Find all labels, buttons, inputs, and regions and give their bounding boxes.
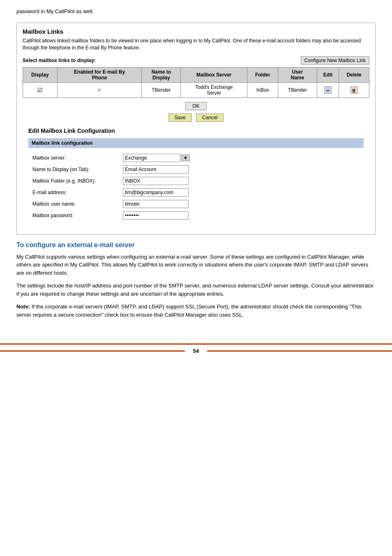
mailbox-server-cell: Todd's ExchangeServer [181, 82, 247, 97]
page-number: 54 [193, 348, 199, 354]
name-display-input[interactable] [123, 165, 189, 174]
save-cancel-row: Save Cancel [23, 114, 369, 122]
table-row: ☑ ✓ TBender Todd's ExchangeServer InBox … [23, 82, 369, 97]
delete-cell[interactable]: 🗑 [339, 82, 369, 97]
email-address-row: E-mail address: [28, 188, 364, 197]
ok-button[interactable]: OK [185, 102, 206, 110]
mailbox-username-label: Mailbox user name: [32, 201, 123, 207]
delete-icon[interactable]: 🗑 [350, 86, 358, 94]
mailbox-server-row: Mailbox server: ▼ [28, 154, 364, 162]
mailbox-links-title: Mailbox Links [23, 28, 369, 35]
edit-icon[interactable]: ✏ [324, 86, 332, 94]
mailbox-password-label: Mailbox password: [32, 213, 123, 218]
col-folder: Folder [247, 67, 278, 82]
name-display-cell: TBender [142, 82, 181, 97]
mailbox-folder-input[interactable] [123, 177, 189, 185]
mailbox-password-input[interactable] [123, 211, 189, 220]
col-mailbox-server: Mailbox Server [181, 67, 247, 82]
email-address-input[interactable] [123, 188, 189, 197]
col-delete: Delete [339, 67, 369, 82]
enabled-phone-cell: ✓ [57, 82, 142, 97]
mailbox-server-select[interactable] [123, 154, 180, 162]
ok-row: OK [23, 102, 369, 110]
configure-new-mailbox-button[interactable]: Configure New Mailbox Link [301, 56, 369, 65]
name-display-row: Name to Display (on Tab): [28, 165, 364, 174]
col-edit: Edit [317, 67, 339, 82]
user-name-cell: TBender [278, 82, 317, 97]
mailbox-table: Display Enabled for E-mail ByPhone Name … [23, 67, 369, 98]
edit-cell[interactable]: ✏ [317, 82, 339, 97]
col-enabled-phone: Enabled for E-mail ByPhone [57, 67, 142, 82]
edit-mailbox-section: Edit Mailbox Link Configuration Mailbox … [23, 127, 369, 229]
folder-cell: InBox [247, 82, 278, 97]
mailbox-link-config-header: Mailbox link configuration [28, 138, 364, 148]
mailbox-username-row: Mailbox user name: [28, 200, 364, 208]
page-footer: 54 [0, 343, 392, 357]
display-checkbox[interactable]: ☑ [23, 82, 58, 97]
mailbox-folder-row: Mailbox Folder (e.g. INBOX): [28, 177, 364, 185]
mailbox-server-select-wrapper: ▼ [123, 154, 190, 162]
external-server-note: Note: If the corporate e-mail servers (I… [16, 303, 376, 319]
email-address-label: E-mail address: [32, 190, 123, 195]
mailbox-server-label: Mailbox server: [32, 155, 123, 161]
save-button[interactable]: Save [168, 114, 192, 122]
select-label: Select mailbox links to display: [23, 58, 96, 63]
mailbox-links-box: Mailbox Links CallPilot allows linked ma… [16, 23, 376, 235]
footer-line-left [0, 350, 185, 352]
intro-text: password in My CallPilot as well. [16, 8, 376, 14]
col-display: Display [23, 67, 58, 82]
mailbox-links-desc: CallPilot allows linked mailbox folders … [23, 37, 369, 51]
note-bold: Note: [16, 303, 30, 310]
mailbox-folder-label: Mailbox Folder (e.g. INBOX): [32, 178, 123, 184]
col-user-name: UserName [278, 67, 317, 82]
dropdown-arrow-icon[interactable]: ▼ [181, 155, 190, 161]
external-server-para-2: The settings include the host/IP address… [16, 282, 376, 298]
mailbox-password-row: Mailbox password: [28, 211, 364, 220]
edit-mailbox-title: Edit Mailbox Link Configuration [28, 127, 364, 134]
external-server-para-1: My CallPilot supports various settings w… [16, 253, 376, 277]
name-display-label: Name to Display (on Tab): [32, 167, 123, 172]
cancel-button[interactable]: Cancel [196, 114, 224, 122]
external-server-heading: To configure an external e-mail server [16, 241, 376, 249]
col-name-display: Name toDisplay [142, 67, 181, 82]
footer-line-right [207, 350, 392, 352]
mailbox-username-input[interactable] [123, 200, 189, 208]
select-row: Select mailbox links to display: Configu… [23, 56, 369, 65]
